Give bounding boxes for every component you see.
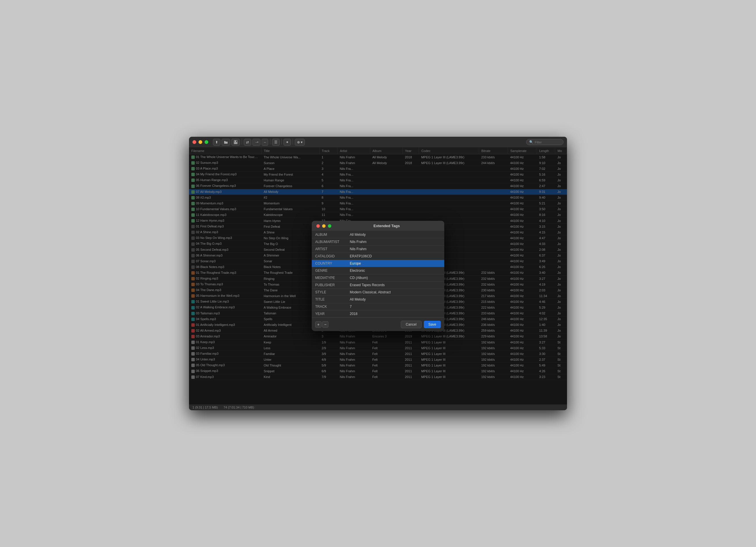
tag-value[interactable]: All Melody (346, 296, 444, 303)
tag-row[interactable]: YEAR2018 (312, 310, 444, 317)
tag-key: YEAR (312, 310, 346, 317)
tag-row[interactable]: GENREElectronic (312, 267, 444, 274)
globe-button[interactable]: ⊕ ▾ (295, 139, 305, 146)
action-buttons: Cancel Save (401, 321, 441, 328)
tag-row[interactable]: ALBUMAll Melody (312, 231, 444, 239)
tag-key: ARTIST (312, 246, 346, 253)
search-icon: 🔍 (529, 140, 533, 144)
more-button[interactable]: ··· (262, 139, 268, 146)
selected-info: 1 (9:31 | 17,5 MB) (192, 406, 218, 409)
add-tag-button[interactable]: + (315, 321, 322, 327)
tag-key: GENRE (312, 267, 346, 274)
modal-body: ALBUMAll MelodyALBUMARTISTNils FrahmARTI… (312, 231, 444, 317)
main-window: ⬆ ⇄ →• ··· ☰ ✦ ⊕ ▾ (189, 137, 567, 410)
import-button[interactable]: ⬆ (213, 139, 220, 146)
total-info: 74 (7:01:34 | 710 MB) (224, 406, 254, 409)
tag-value[interactable]: ERATP106CD (346, 253, 444, 260)
modal-titlebar: Extended Tags (312, 221, 444, 231)
modal-zoom-button[interactable] (328, 224, 331, 228)
svg-rect-2 (234, 142, 237, 144)
tag-row[interactable]: STYLEModern Classical, Abstract (312, 289, 444, 296)
list-view-button[interactable]: ☰ (272, 139, 280, 146)
tag-row[interactable]: TITLEAll Melody (312, 296, 444, 303)
tag-key: COUNTRY (312, 260, 346, 267)
remove-tag-button[interactable]: − (322, 321, 328, 327)
separator-4 (293, 139, 293, 145)
tag-row[interactable]: TRACK7 (312, 303, 444, 310)
tag-value[interactable]: Nils Frahm (346, 239, 444, 246)
tag-row[interactable]: ARTISTNils Frahm (312, 246, 444, 253)
modal-close-button[interactable] (316, 224, 320, 228)
modal-footer: + − Cancel Save (312, 317, 444, 331)
modal-title: Extended Tags (334, 224, 440, 228)
tag-value[interactable]: Erased Tapes Records (346, 281, 444, 289)
tag-value[interactable]: All Melody (346, 231, 444, 239)
tag-key: TITLE (312, 296, 346, 303)
separator-3 (281, 139, 282, 145)
tag-row[interactable]: ALBUMARTISTNils Frahm (312, 239, 444, 246)
minimize-button[interactable] (199, 140, 202, 144)
tag-value[interactable]: Modern Classical, Abstract (346, 289, 444, 296)
toolbar: ⬆ ⇄ →• ··· ☰ ✦ ⊕ ▾ (213, 139, 305, 146)
add-remove-buttons: + − (315, 321, 328, 327)
tag-key: TRACK (312, 303, 346, 310)
save-button[interactable] (231, 139, 240, 146)
extended-tags-modal: Extended Tags ALBUMAll MelodyALBUMARTIST… (312, 221, 444, 331)
tag-row[interactable]: PUBLISHERErased Tapes Records (312, 281, 444, 289)
maximize-button[interactable] (205, 140, 208, 144)
cancel-button[interactable]: Cancel (401, 321, 421, 328)
status-bar: 1 (9:31 | 17,5 MB) 74 (7:01:34 | 710 MB) (189, 404, 567, 410)
tags-table: ALBUMAll MelodyALBUMARTISTNils FrahmARTI… (312, 231, 444, 317)
search-box[interactable]: 🔍 (526, 139, 564, 145)
export-dots-button[interactable]: →• (252, 139, 260, 146)
tag-value[interactable] (346, 260, 444, 267)
modal-minimize-button[interactable] (322, 224, 326, 228)
separator-1 (242, 139, 242, 145)
tag-key: ALBUMARTIST (312, 239, 346, 246)
save-button[interactable]: Save (424, 321, 441, 328)
separator-2 (270, 139, 270, 145)
tag-value[interactable]: 7 (346, 303, 444, 310)
tag-value[interactable]: 2018 (346, 310, 444, 317)
tag-value-input[interactable] (350, 262, 444, 266)
tag-value[interactable]: Nils Frahm (346, 246, 444, 253)
tag-value[interactable]: Electronic (346, 267, 444, 274)
close-button[interactable] (192, 140, 196, 144)
tag-value[interactable]: CD (Album) (346, 274, 444, 281)
tag-key: STYLE (312, 289, 346, 296)
tag-key: CATALOGID (312, 253, 346, 260)
tag-row[interactable]: COUNTRY (312, 260, 444, 267)
modal-overlay: Extended Tags ALBUMAll MelodyALBUMARTIST… (189, 148, 567, 404)
titlebar: ⬆ ⇄ →• ··· ☰ ✦ ⊕ ▾ (189, 137, 567, 148)
tag-key: MEDIATYPE (312, 274, 346, 281)
tools-button[interactable]: ✦ (283, 139, 291, 146)
tag-row[interactable]: MEDIATYPECD (Album) (312, 274, 444, 281)
folder-button[interactable] (222, 139, 230, 146)
arrows-button[interactable]: ⇄ (244, 139, 251, 146)
tag-key: PUBLISHER (312, 281, 346, 289)
search-input[interactable] (535, 141, 560, 144)
svg-rect-1 (235, 141, 236, 142)
tag-key: ALBUM (312, 231, 346, 239)
tag-row[interactable]: CATALOGIDERATP106CD (312, 253, 444, 260)
